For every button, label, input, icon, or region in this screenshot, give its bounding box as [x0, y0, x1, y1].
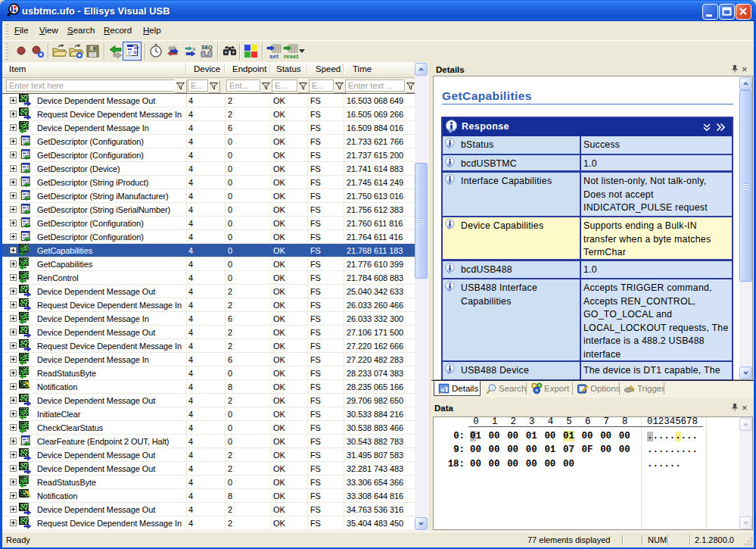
svg-text:01: 01	[134, 50, 139, 55]
svg-text:s: s	[193, 45, 196, 52]
svg-text:SEQ: SEQ	[201, 45, 213, 51]
svg-text:set: set	[269, 53, 278, 60]
svg-text:reset: reset	[284, 53, 298, 60]
